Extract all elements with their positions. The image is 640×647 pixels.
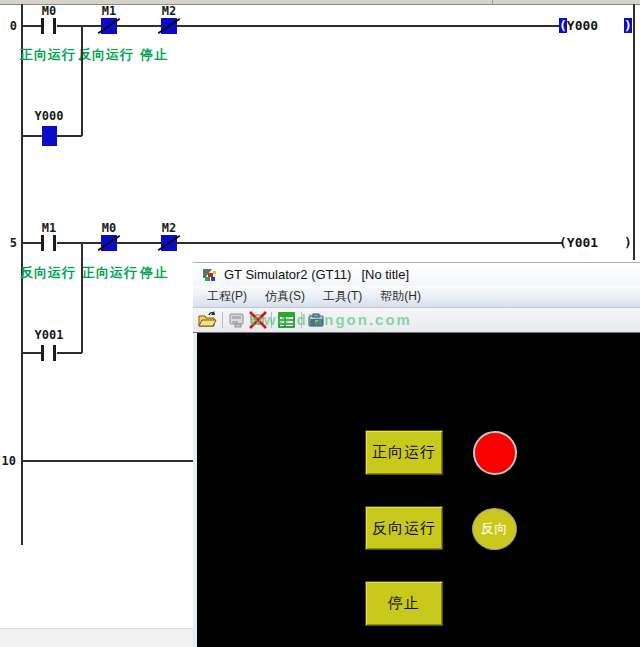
device-label: Y001: [34, 328, 64, 342]
window-title: GT Simulator2 (GT11): [224, 267, 351, 282]
contact-bar: [41, 235, 44, 251]
contact-y001-no[interactable]: [41, 345, 57, 361]
device-label: M0: [34, 4, 64, 18]
nc-slash: [98, 18, 121, 34]
menu-simulate[interactable]: 仿真(S): [263, 286, 307, 307]
coil-close-paren: ): [624, 235, 632, 250]
menu-tools[interactable]: 工具(T): [321, 286, 364, 307]
coil-open-paren: (: [559, 18, 567, 33]
contact-bar: [41, 18, 44, 34]
contact-m2-nc-active[interactable]: [161, 18, 177, 34]
hmi-forward-run-button[interactable]: 正向运行: [365, 430, 443, 475]
device-label: M1: [94, 4, 124, 18]
coil-y001[interactable]: (Y001: [559, 235, 598, 250]
nc-slash: [158, 18, 181, 34]
device-comment: 正向运行: [82, 264, 138, 282]
hmi-forward-run-lamp: [473, 431, 517, 475]
window-document-title: [No title]: [361, 267, 409, 282]
device-comment: 停止: [140, 46, 168, 64]
toolbar-separator: [222, 312, 223, 328]
device-label: Y000: [34, 109, 64, 123]
contact-bar: [41, 345, 44, 361]
watermark: www.diangon.com: [250, 311, 412, 328]
right-power-rail: [633, 4, 635, 260]
coil-device: Y000: [567, 18, 598, 33]
menu-help[interactable]: 帮助(H): [378, 286, 423, 307]
top-edge-divider: [492, 0, 493, 4]
hmi-reverse-run-button[interactable]: 反向运行: [365, 506, 443, 550]
gt-simulator-icon: [201, 267, 217, 283]
contact-m0-no[interactable]: [41, 18, 57, 34]
hmi-reverse-run-lamp: 反向: [472, 508, 517, 550]
rung-wire: [22, 460, 194, 462]
coil-device: Y001: [567, 235, 598, 250]
device-label: M2: [154, 4, 184, 18]
device-label: M2: [154, 221, 184, 235]
menu-project[interactable]: 工程(P): [205, 286, 249, 307]
screen-root: 0 M0 M1 M2 正向运行 反向运行 停止 (Y000 ) Y000 5 M…: [0, 0, 640, 647]
rung-number: 10: [0, 454, 16, 468]
open-project-icon[interactable]: [197, 310, 217, 330]
ladder-statusbar: [0, 628, 194, 647]
device-comment: 反向运行: [78, 46, 134, 64]
branch-wire-vertical: [81, 26, 83, 136]
rung-number: 5: [1, 236, 17, 250]
contact-y000-no-active[interactable]: [42, 126, 57, 146]
hmi-stop-button[interactable]: 停止: [365, 581, 443, 626]
contact-m1-no[interactable]: [41, 235, 57, 251]
rung-number: 0: [1, 19, 17, 33]
gt-menubar: 工程(P) 仿真(S) 工具(T) 帮助(H): [193, 286, 640, 308]
device-label: M0: [94, 221, 124, 235]
nc-slash: [158, 235, 181, 251]
gt-titlebar[interactable]: GT Simulator2 (GT11) [No title]: [193, 263, 640, 286]
coil-close-paren: ): [624, 18, 632, 33]
coil-y000[interactable]: (Y000: [559, 18, 598, 33]
communication-setup-icon[interactable]: [227, 310, 247, 330]
gt-toolbar: www.diangon.com: [193, 308, 640, 333]
contact-m1-nc-active[interactable]: [101, 18, 117, 34]
device-comment: 反向运行: [20, 264, 76, 282]
contact-m0-nc-active[interactable]: [101, 235, 117, 251]
contact-m2-nc-active[interactable]: [161, 235, 177, 251]
device-comment: 正向运行: [20, 46, 76, 64]
contact-bar: [53, 18, 56, 34]
hmi-screen: 正向运行 反向运行 反向 停止: [197, 333, 640, 647]
nc-slash: [98, 235, 121, 251]
contact-bar: [53, 345, 56, 361]
coil-open-paren: (: [559, 235, 567, 250]
gt-simulator-window: GT Simulator2 (GT11) [No title] 工程(P) 仿真…: [193, 262, 640, 647]
device-label: M1: [34, 221, 64, 235]
contact-bar: [53, 235, 56, 251]
device-comment: 停止: [140, 264, 168, 282]
branch-wire-vertical: [81, 243, 83, 353]
